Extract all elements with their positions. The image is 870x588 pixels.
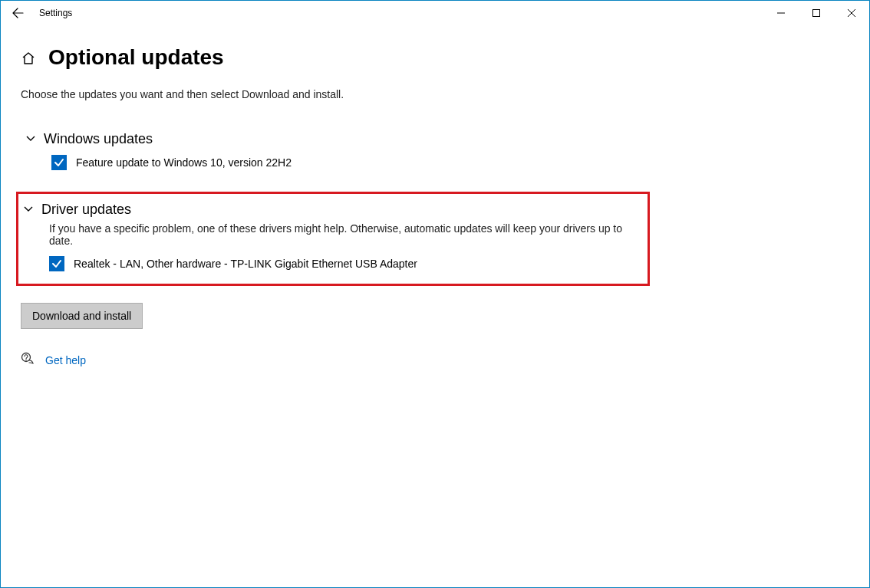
titlebar: Settings xyxy=(1,1,869,25)
get-help-icon xyxy=(21,352,35,368)
section-header-windows-updates[interactable]: Windows updates xyxy=(25,131,849,147)
close-button[interactable] xyxy=(834,1,869,25)
section-description: If you have a specific problem, one of t… xyxy=(49,222,643,247)
update-item[interactable]: Realtek - LAN, Other hardware - TP-LINK … xyxy=(49,256,643,271)
svg-rect-1 xyxy=(813,10,820,17)
content-area: Optional updates Choose the updates you … xyxy=(1,25,869,368)
minimize-button[interactable] xyxy=(763,1,799,25)
chevron-down-icon xyxy=(23,203,34,216)
chevron-down-icon xyxy=(25,133,36,146)
app-title: Settings xyxy=(39,8,72,18)
section-windows-updates: Windows updates Feature update to Window… xyxy=(21,128,849,173)
checkbox-checked[interactable] xyxy=(51,155,67,170)
section-title: Driver updates xyxy=(41,202,131,218)
section-driver-updates: Driver updates If you have a specific pr… xyxy=(16,192,650,286)
page-title: Optional updates xyxy=(48,45,224,70)
page-instruction: Choose the updates you want and then sel… xyxy=(21,88,849,100)
check-icon xyxy=(51,258,62,269)
maximize-button[interactable] xyxy=(799,1,834,25)
svg-point-5 xyxy=(25,360,26,360)
section-header-driver-updates[interactable]: Driver updates xyxy=(23,202,643,218)
back-button[interactable] xyxy=(1,1,35,25)
arrow-left-icon xyxy=(12,7,24,19)
update-item-label: Feature update to Windows 10, version 22… xyxy=(76,156,292,169)
section-title: Windows updates xyxy=(44,131,153,147)
settings-window: Settings xyxy=(0,0,870,588)
check-icon xyxy=(54,157,64,168)
checkbox-checked[interactable] xyxy=(49,256,64,271)
update-item[interactable]: Feature update to Windows 10, version 22… xyxy=(51,155,849,170)
update-item-label: Realtek - LAN, Other hardware - TP-LINK … xyxy=(74,258,417,270)
download-install-button[interactable]: Download and install xyxy=(21,303,143,329)
close-icon xyxy=(848,9,855,17)
home-icon[interactable] xyxy=(21,49,36,67)
minimize-icon xyxy=(777,9,785,17)
maximize-icon xyxy=(812,9,820,17)
get-help-link[interactable]: Get help xyxy=(45,354,86,366)
